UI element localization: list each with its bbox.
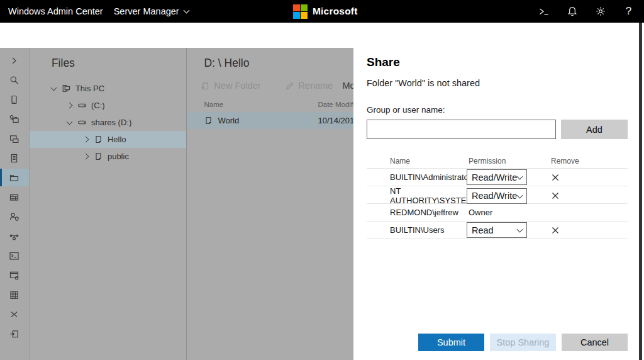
group-user-label: Group or user name:: [367, 105, 628, 115]
solution-picker[interactable]: Server Manager: [114, 6, 189, 16]
column-date-modified[interactable]: Date Modified: [318, 101, 353, 108]
add-button[interactable]: Add: [561, 120, 628, 139]
principal-name: NT AUTHORITY\SYSTEM: [390, 186, 469, 205]
remove-x-icon: [551, 226, 560, 235]
devices-icon: [9, 133, 19, 144]
permission-select[interactable]: Read: [467, 222, 527, 238]
folder-icon: [94, 135, 103, 144]
rail-firewall-button[interactable]: [0, 188, 29, 206]
crossed-arrows-icon: [9, 309, 19, 320]
tree-item-label: Hello: [108, 135, 126, 144]
file-list-panel: D: \ Hello New Folder Rename More Name D…: [187, 48, 353, 360]
rail-overview-button[interactable]: [0, 91, 29, 108]
rail-certificates-button[interactable]: [0, 110, 29, 128]
column-remove: Remove: [551, 157, 628, 166]
stop-sharing-button[interactable]: Stop Sharing: [490, 334, 556, 351]
tree-item-public[interactable]: public: [30, 148, 187, 165]
permissions-table-header: Name Permission Remove: [367, 154, 628, 169]
chevron-down-icon: [517, 227, 523, 233]
new-folder-button[interactable]: New Folder: [200, 81, 260, 91]
principal-name: REDMOND\jeffrew: [390, 208, 469, 217]
chevron-right-icon[interactable]: [66, 103, 72, 109]
remove-x-icon: [551, 191, 560, 200]
vertical-scrollbar[interactable]: [639, 23, 642, 360]
remove-x-icon: [551, 173, 560, 182]
sub-header-strip: [0, 23, 644, 48]
remove-button[interactable]: [551, 173, 628, 182]
rail-remote-desktop-button[interactable]: [0, 266, 29, 284]
pencil-icon: [285, 81, 294, 91]
services-import-icon: [9, 329, 19, 339]
rail-local-users-button[interactable]: [0, 208, 29, 225]
brand-name: Microsoft: [313, 6, 358, 17]
users-shield-icon: [9, 211, 19, 222]
rail-search-button[interactable]: [0, 71, 29, 89]
tool-rail: [0, 48, 30, 360]
group-user-input[interactable]: [367, 120, 556, 139]
top-bar: Windows Admin Center Server Manager Micr…: [0, 0, 644, 23]
rail-expand-button[interactable]: [0, 52, 29, 69]
top-bar-actions: ?: [530, 0, 643, 23]
chevron-down-icon: [517, 174, 523, 180]
chevron-right-icon[interactable]: [82, 137, 89, 143]
registry-grid-icon: [9, 290, 19, 300]
powershell-icon[interactable]: [530, 0, 558, 23]
principal-name: BUILTIN\Administrators: [390, 172, 469, 182]
chevron-down-icon: [183, 8, 189, 14]
more-button[interactable]: More: [342, 81, 353, 91]
remove-button[interactable]: [551, 191, 628, 200]
chevron-right-icon[interactable]: [82, 154, 89, 160]
column-name: Name: [390, 157, 469, 166]
file-row-world-selected[interactable]: World 10/14/2016: [187, 112, 353, 129]
panel-title: Files: [52, 57, 187, 70]
tree-item-hello-selected[interactable]: Hello: [30, 131, 187, 148]
remote-desktop-icon: [9, 270, 19, 281]
permission-select[interactable]: Read/Write: [467, 188, 527, 204]
settings-gear-icon[interactable]: [586, 0, 614, 23]
tree-item-shares-d-drive[interactable]: shares (D:): [30, 114, 187, 131]
column-permission: Permission: [469, 157, 551, 166]
certificates-icon: [9, 114, 19, 125]
remove-button[interactable]: [551, 226, 628, 235]
notifications-bell-icon[interactable]: [558, 0, 586, 23]
current-path-title: D: \ Hello: [204, 57, 353, 70]
chevron-down-icon[interactable]: [50, 84, 57, 91]
cancel-button[interactable]: Cancel: [562, 334, 628, 351]
tree-item-this-pc[interactable]: This PC: [30, 80, 187, 97]
rail-services-button[interactable]: [0, 325, 29, 342]
principal-name: BUILTIN\Users: [390, 225, 469, 235]
app-title[interactable]: Windows Admin Center: [8, 6, 103, 16]
submit-button[interactable]: Submit: [418, 334, 484, 351]
tree-item-label: shares (D:): [91, 118, 131, 127]
rail-files-button[interactable]: [0, 169, 29, 186]
files-tree-panel: Files This PC (C:) sha: [30, 48, 187, 360]
tree-item-label: public: [108, 152, 129, 161]
rename-button[interactable]: Rename: [285, 81, 333, 91]
microsoft-logo-icon: [293, 4, 308, 19]
help-glyph: ?: [626, 5, 631, 18]
new-folder-icon: [200, 81, 209, 91]
tree-item-label: (C:): [91, 101, 105, 110]
expand-chevron-icon: [9, 55, 19, 66]
rail-events-button[interactable]: [0, 149, 29, 167]
column-name[interactable]: Name: [204, 101, 223, 108]
networks-icon: [9, 231, 19, 242]
permission-row-system: NT AUTHORITY\SYSTEM Read/Write: [367, 186, 628, 204]
permission-row-owner: REDMOND\jeffrew Owner: [367, 204, 628, 222]
rail-networks-button[interactable]: [0, 227, 29, 245]
file-list-header: Name Date Modified: [187, 99, 353, 111]
permission-select[interactable]: Read/Write: [467, 169, 527, 185]
help-icon[interactable]: ?: [614, 0, 643, 23]
rail-devices-button[interactable]: [0, 130, 29, 147]
chevron-down-icon[interactable]: [66, 118, 72, 125]
file-toolbar: New Folder Rename More: [200, 81, 353, 91]
drive-icon: [77, 101, 87, 110]
rail-scheduled-tasks-button[interactable]: [0, 305, 29, 323]
share-status-text: Folder "World" is not shared: [367, 78, 628, 88]
chevron-down-icon: [517, 192, 523, 198]
file-date: 10/14/2016: [318, 116, 353, 125]
tree-item-c-drive[interactable]: (C:): [30, 97, 187, 114]
rail-registry-button[interactable]: [0, 286, 29, 303]
firewall-icon: [9, 192, 19, 203]
rail-powershell-button[interactable]: [0, 247, 29, 264]
